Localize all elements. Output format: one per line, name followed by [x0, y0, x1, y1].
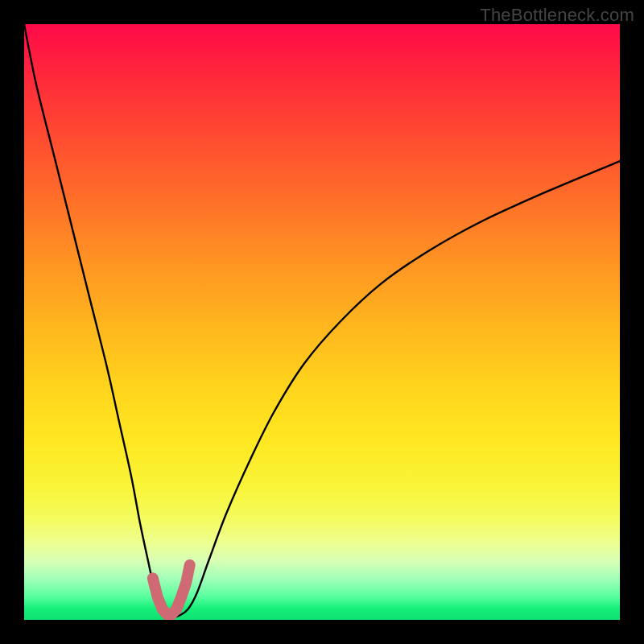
bottleneck-curve	[24, 24, 620, 617]
plot-area	[24, 24, 620, 620]
watermark-text: TheBottleneck.com	[480, 5, 634, 26]
chart-frame: TheBottleneck.com	[0, 0, 644, 644]
curve-layer	[24, 24, 620, 620]
minimum-marker-path	[153, 565, 190, 614]
minimum-marker-overlay	[153, 565, 190, 614]
